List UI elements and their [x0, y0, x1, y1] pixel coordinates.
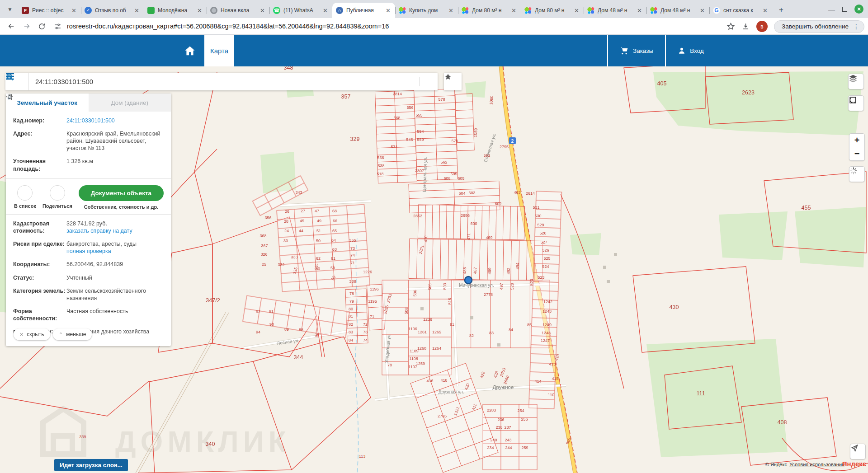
tab-close-button[interactable]: ✕: [259, 7, 266, 14]
browser-tab[interactable]: Дом 48 м² н✕: [584, 3, 646, 18]
svg-text:256: 256: [521, 417, 528, 421]
tab-close-button[interactable]: ✕: [636, 7, 643, 14]
user-icon: [678, 47, 686, 55]
browser-tab[interactable]: Новая вкла✕: [207, 3, 269, 18]
measure-button[interactable]: [848, 95, 864, 111]
profile-avatar[interactable]: в: [756, 21, 768, 32]
tab-close-button[interactable]: ✕: [573, 7, 580, 14]
search-icon[interactable]: [401, 73, 419, 90]
info-value-link[interactable]: 24:11:0330101:500: [66, 117, 164, 124]
bookmark-star-icon[interactable]: [726, 22, 735, 31]
svg-text:355: 355: [349, 238, 356, 243]
zoom-in-button[interactable]: +: [849, 134, 864, 147]
tab-search-chevron-icon[interactable]: ▼: [4, 3, 16, 16]
svg-text:111: 111: [696, 390, 705, 397]
terms-link[interactable]: Условия использования: [789, 462, 844, 467]
browser-tab[interactable]: Молодёжна✕: [144, 3, 207, 18]
share-button[interactable]: Поделиться: [42, 185, 72, 209]
tab-close-button[interactable]: ✕: [196, 7, 203, 14]
svg-text:408: 408: [778, 419, 787, 426]
svg-text:526: 526: [542, 248, 549, 253]
browser-tab[interactable]: Дом 80 м² н✕: [521, 3, 584, 18]
back-icon[interactable]: [7, 22, 15, 30]
add-to-list-button[interactable]: В список: [14, 185, 36, 209]
collapse-panel-button[interactable]: ⌃ меньше: [53, 328, 92, 340]
forward-icon[interactable]: [23, 22, 31, 30]
svg-text:50: 50: [316, 239, 321, 243]
info-label: Риски при сделке:: [13, 240, 66, 255]
url-text[interactable]: rosreestr-doc.ru/кадастровая_карта#ct=56…: [67, 23, 389, 30]
svg-text:505: 505: [428, 283, 433, 290]
tab-close-button[interactable]: ✕: [133, 7, 140, 14]
layers-button[interactable]: [848, 74, 864, 89]
hide-panel-button[interactable]: ✕ скрыть: [14, 328, 50, 340]
svg-text:487: 487: [473, 267, 478, 274]
svg-text:89: 89: [284, 327, 289, 332]
svg-text:414: 414: [534, 379, 541, 384]
login-button[interactable]: Вход: [665, 35, 716, 66]
svg-text:603: 603: [468, 191, 475, 195]
svg-text:88: 88: [299, 328, 303, 332]
svg-text:2696: 2696: [461, 213, 470, 218]
info-label: Кадастровая стоимость:: [13, 220, 66, 235]
svg-text:84: 84: [349, 338, 353, 342]
locate-me-button[interactable]: [850, 444, 866, 459]
svg-text:26: 26: [285, 209, 289, 214]
clear-search-icon[interactable]: [420, 73, 438, 90]
svg-text:508: 508: [404, 307, 409, 314]
tab-close-button[interactable]: ✕: [448, 7, 454, 14]
info-label: Статус:: [13, 274, 66, 281]
browser-tab[interactable]: ✓Отзыв по об✕: [81, 3, 144, 18]
browser-tab[interactable]: ☎(11) WhatsA✕: [269, 3, 332, 18]
spinner-icon: [849, 167, 858, 175]
browser-tab[interactable]: Дом 48 м² н✕: [646, 3, 709, 18]
loading-spinner-button[interactable]: [849, 166, 865, 182]
finish-update-button[interactable]: Завершить обновление ⋮: [774, 20, 864, 33]
tab-close-button[interactable]: ✕: [699, 7, 706, 14]
tab-close-button[interactable]: ✕: [762, 7, 769, 14]
home-favicon: ⌂: [336, 7, 343, 14]
tab-map[interactable]: Карта: [204, 35, 234, 66]
info-link[interactable]: заказать справку на дату: [66, 227, 164, 234]
window-maximize-button[interactable]: [842, 7, 847, 12]
window-minimize-button[interactable]: —: [828, 5, 835, 13]
tab-title: Дом 48 м² н: [598, 7, 633, 14]
svg-text:556: 556: [406, 105, 413, 110]
new-tab-button[interactable]: +: [775, 4, 788, 16]
browser-menu-icon[interactable]: ⋮: [853, 23, 859, 30]
svg-text:91: 91: [269, 309, 274, 314]
favorites-star-button[interactable]: [444, 73, 462, 90]
svg-text:113: 113: [359, 454, 365, 459]
download-icon[interactable]: [741, 22, 750, 31]
svg-text:348: 348: [284, 66, 293, 71]
object-documents-button[interactable]: Документы объекта: [79, 185, 164, 201]
home-icon[interactable]: [180, 42, 200, 60]
svg-text:367: 367: [261, 244, 268, 248]
browser-tab[interactable]: Купить дом✕: [395, 3, 458, 18]
window-close-button[interactable]: ✕: [854, 5, 863, 14]
reload-icon[interactable]: [38, 23, 46, 30]
orders-button[interactable]: Заказы: [607, 35, 665, 66]
browser-tab[interactable]: ⌂Публичная✕: [332, 3, 395, 18]
svg-text:68: 68: [332, 209, 337, 213]
svg-text:1243: 1243: [542, 309, 552, 314]
info-label: Адрес:: [13, 130, 66, 152]
svg-text:24: 24: [284, 229, 289, 233]
map-canvas[interactable]: ДОМКЛИК228145685565555545595465715365385…: [0, 66, 868, 473]
browser-tab[interactable]: РРиес :: objec✕: [18, 3, 81, 18]
riec-favicon: Р: [22, 7, 29, 14]
browser-tab[interactable]: Дом 80 м² н✕: [458, 3, 521, 18]
close-icon: ✕: [19, 332, 24, 337]
tab-close-button[interactable]: ✕: [510, 7, 517, 14]
tab-close-button[interactable]: ✕: [322, 7, 329, 14]
tab-house-building[interactable]: Дом (здание): [89, 94, 171, 112]
zoom-out-button[interactable]: −: [849, 147, 864, 160]
search-input[interactable]: [29, 78, 401, 85]
tab-close-button[interactable]: ✕: [71, 7, 77, 14]
svg-text:515: 515: [448, 298, 453, 304]
tab-land-parcel[interactable]: Земельный участок: [6, 94, 89, 112]
browser-tab[interactable]: Gснт сказка к✕: [709, 3, 772, 18]
site-settings-icon[interactable]: [54, 23, 61, 30]
info-link[interactable]: полная проверка: [66, 248, 164, 255]
tab-close-button[interactable]: ✕: [385, 7, 392, 14]
